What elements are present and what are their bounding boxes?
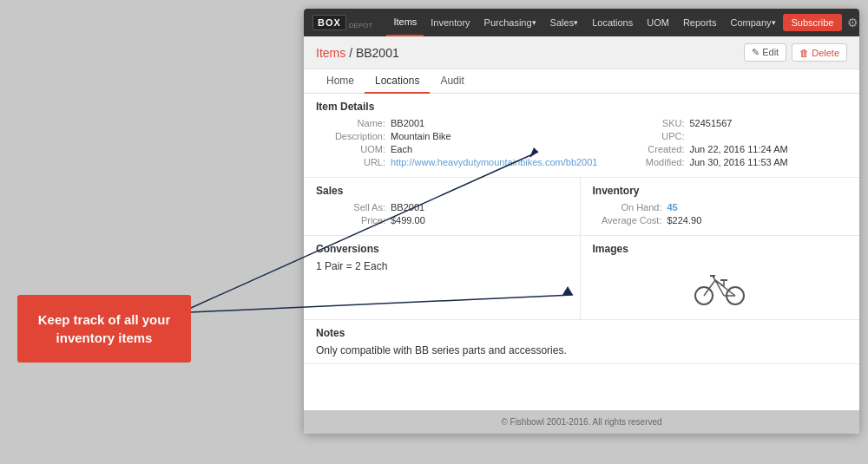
notes-title: Notes [316,327,847,339]
tab-home[interactable]: Home [316,69,365,94]
navbar: BOX DEPOT Items Inventory Purchasing Sal… [304,9,859,36]
brand-logo: BOX DEPOT [312,15,372,30]
modified-value: Jun 30, 2016 11:53 AM [689,157,787,167]
bicycle-icon [694,267,746,306]
url-label: URL: [316,157,385,167]
item-details-section: Item Details Name: BB2001 Description: M… [304,94,859,178]
upc-row: UPC: [615,131,847,141]
nav-uom[interactable]: UOM [640,9,676,36]
brand-sub: DEPOT [349,22,373,29]
sku-label: SKU: [615,118,684,128]
nav-reports[interactable]: Reports [676,9,724,36]
footer-text: © Fishbowl 2001-2016. All rights reserve… [501,417,661,427]
breadcrumb-text: Items / BB2001 [316,46,399,60]
url-row: URL: http://www.heavydutymountainbikes.c… [316,157,597,167]
notes-section: Notes Only compatible with BB series par… [304,320,859,364]
description-label: Description: [316,131,385,141]
bike-image [593,260,848,312]
on-hand-label: On Hand: [593,202,662,212]
name-row: Name: BB2001 [316,118,597,128]
item-details-left: Name: BB2001 Description: Mountain Bike … [316,118,597,170]
images-section: Images [581,236,860,320]
item-details-grid: Name: BB2001 Description: Mountain Bike … [316,118,847,170]
sales-inventory-row: Sales Sell As: BB2001 Price: $499.00 Inv… [304,178,859,236]
inventory-title: Inventory [593,185,848,197]
on-hand-value: 45 [667,202,678,212]
sell-as-row: Sell As: BB2001 [316,202,571,212]
breadcrumb-current: BB2001 [356,46,399,60]
brand-name: BOX [312,15,346,30]
page-content: Items / BB2001 ✎ Edit 🗑 Delete Home Loca… [304,36,859,434]
price-label: Price: [316,215,385,225]
main-content: Item Details Name: BB2001 Description: M… [304,94,859,410]
nav-sales[interactable]: Sales [543,9,586,36]
uom-label: UOM: [316,144,385,154]
breadcrumb-actions: ✎ Edit 🗑 Delete [744,43,847,62]
tabs-bar: Home Locations Audit [304,69,859,94]
modified-row: Modified: Jun 30, 2016 11:53 AM [615,157,847,167]
gear-icon[interactable]: ⚙ [847,16,858,29]
inventory-section: Inventory On Hand: 45 Average Cost: $224… [581,178,860,236]
conversions-title: Conversions [316,243,571,255]
price-value: $499.00 [391,215,425,225]
name-value: BB2001 [391,118,424,128]
tab-audit[interactable]: Audit [430,69,474,94]
images-title: Images [593,243,848,255]
sku-value: 52451567 [689,118,732,128]
sku-row: SKU: 52451567 [615,118,847,128]
conversions-section: Conversions 1 Pair = 2 Each [304,236,581,320]
annotation-text: Keep track of all your inventory items [38,312,171,345]
description-row: Description: Mountain Bike [316,131,597,141]
upc-label: UPC: [615,131,684,141]
conversions-value: 1 Pair = 2 Each [316,260,571,272]
nav-company[interactable]: Company [723,9,782,36]
breadcrumb-parent-link[interactable]: Items [316,46,345,60]
sell-as-label: Sell As: [316,202,385,212]
url-link[interactable]: http://www.heavydutymountainbikes.com/bb… [391,157,597,167]
uom-row: UOM: Each [316,144,597,154]
page-footer: © Fishbowl 2001-2016. All rights reserve… [304,410,859,434]
nav-locations[interactable]: Locations [585,9,640,36]
name-label: Name: [316,118,385,128]
tab-locations[interactable]: Locations [365,69,430,94]
price-row: Price: $499.00 [316,215,571,225]
description-value: Mountain Bike [391,131,451,141]
annotation-callout: Keep track of all your inventory items [17,295,191,363]
sales-title: Sales [316,185,571,197]
sell-as-value: BB2001 [391,202,424,212]
edit-button[interactable]: ✎ Edit [744,43,786,62]
delete-button[interactable]: 🗑 Delete [792,43,847,62]
avg-cost-label: Average Cost: [593,215,662,225]
nav-inventory[interactable]: Inventory [424,9,477,36]
avg-cost-row: Average Cost: $224.90 [593,215,848,225]
created-value: Jun 22, 2016 11:24 AM [689,144,787,154]
browser-window: BOX DEPOT Items Inventory Purchasing Sal… [304,9,859,434]
item-details-title: Item Details [316,101,847,113]
conversions-images-row: Conversions 1 Pair = 2 Each Images [304,236,859,320]
sales-section: Sales Sell As: BB2001 Price: $499.00 [304,178,581,236]
created-row: Created: Jun 22, 2016 11:24 AM [615,144,847,154]
nav-purchasing[interactable]: Purchasing [477,9,543,36]
avg-cost-value: $224.90 [667,215,702,225]
subscribe-button[interactable]: Subscribe [783,14,843,31]
on-hand-row: On Hand: 45 [593,202,848,212]
uom-value: Each [391,144,412,154]
notes-value: Only compatible with BB series parts and… [316,344,847,356]
item-details-right: SKU: 52451567 UPC: Created: Jun 22, 2016… [615,118,847,170]
created-label: Created: [615,144,684,154]
breadcrumb: Items / BB2001 ✎ Edit 🗑 Delete [304,36,859,69]
nav-items[interactable]: Items [386,9,424,36]
modified-label: Modified: [615,157,684,167]
